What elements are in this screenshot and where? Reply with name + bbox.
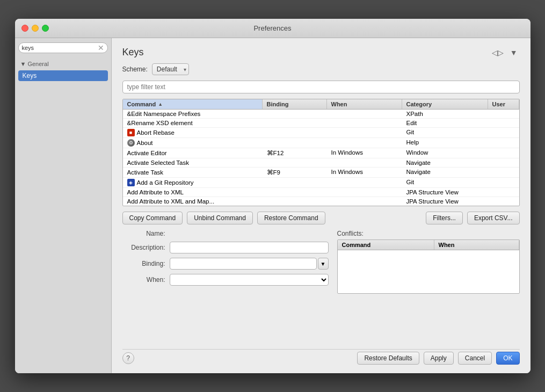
export-csv-button[interactable]: Export CSV... — [467, 212, 520, 224]
when-field-row: When: — [122, 274, 329, 286]
description-label: Description: — [122, 244, 165, 251]
col-header-category[interactable]: Category — [402, 99, 488, 109]
when-select[interactable] — [170, 274, 329, 286]
sidebar-group-general[interactable]: ▼ General — [18, 60, 108, 68]
table-row[interactable]: ⚙ About Help — [123, 138, 519, 148]
close-button[interactable] — [21, 25, 28, 32]
conflicts-table: Command When — [337, 239, 520, 294]
scheme-row: Scheme: Default — [122, 63, 520, 75]
action-buttons-row: Copy Command Unbind Command Restore Comm… — [122, 212, 520, 224]
description-field-row: Description: — [122, 242, 329, 253]
table-row[interactable]: ◈ Add a Git Repository Git — [123, 178, 519, 188]
name-field-row: Name: — [122, 230, 329, 237]
details-left: Name: Description: Binding: ▼ — [122, 230, 329, 294]
abort-rebase-icon: ■ — [127, 129, 135, 136]
search-box[interactable]: ✕ — [18, 42, 108, 53]
preferences-window: Preferences ✕ ▼ General Keys Keys ◁▷ ▼ — [15, 19, 531, 373]
details-panel: Name: Description: Binding: ▼ — [122, 230, 520, 294]
apply-button[interactable]: Apply — [424, 352, 454, 365]
sort-arrow-icon: ▲ — [158, 101, 163, 107]
when-label: When: — [122, 276, 165, 284]
traffic-lights — [21, 25, 49, 32]
restore-command-button[interactable]: Restore Command — [257, 212, 325, 224]
conflicts-col-when: When — [434, 240, 519, 250]
minimize-button[interactable] — [32, 25, 39, 32]
back-icon[interactable]: ◁▷ — [490, 47, 506, 58]
table-row[interactable]: Add Attribute to XML and Map... JPA Stru… — [123, 197, 519, 206]
table-row[interactable]: ■ Abort Rebase Git — [123, 128, 519, 138]
header-icons: ◁▷ ▼ — [490, 47, 520, 58]
sidebar: ✕ ▼ General Keys — [15, 38, 112, 373]
binding-field-row: Binding: ▼ — [122, 258, 329, 270]
ok-button[interactable]: OK — [496, 352, 519, 365]
conflicts-panel: Conflicts: Command When — [337, 230, 520, 294]
conflicts-label: Conflicts: — [337, 230, 520, 237]
binding-input-group: ▼ — [170, 258, 329, 270]
table-body: &Edit Namespace Prefixes XPath &Rename X… — [123, 110, 519, 206]
conflicts-body — [338, 250, 519, 293]
scheme-label: Scheme: — [122, 66, 148, 73]
col-header-when[interactable]: When — [327, 99, 402, 109]
col-header-binding[interactable]: Binding — [263, 99, 327, 109]
restore-defaults-button[interactable]: Restore Defaults — [357, 352, 419, 365]
titlebar: Preferences — [15, 19, 531, 38]
footer-row: ? Restore Defaults Apply Cancel OK — [122, 349, 520, 365]
filters-button[interactable]: Filters... — [426, 212, 463, 224]
maximize-button[interactable] — [42, 25, 49, 32]
scheme-wrapper: Default — [152, 63, 189, 75]
footer-buttons: Restore Defaults Apply Cancel OK — [357, 352, 519, 365]
scheme-select[interactable]: Default — [152, 63, 189, 75]
col-header-command[interactable]: Command ▲ — [123, 99, 263, 109]
col-header-user[interactable]: User — [488, 99, 519, 109]
table-row[interactable]: Activate Task ⌘F9 In Windows Navigate — [123, 168, 519, 178]
unbind-command-button[interactable]: Unbind Command — [187, 212, 253, 224]
binding-input[interactable] — [170, 258, 317, 270]
binding-dropdown-button[interactable]: ▼ — [318, 258, 329, 270]
table-row[interactable]: Add Attribute to XML JPA Structure View — [123, 188, 519, 197]
commands-table: Command ▲ Binding When Category User — [122, 99, 520, 206]
table-row[interactable]: Activate Selected Task Navigate — [123, 158, 519, 168]
table-row[interactable]: &Rename XSD element Edit — [123, 119, 519, 128]
binding-label: Binding: — [122, 260, 165, 267]
main-panel: Keys ◁▷ ▼ Scheme: Default — [112, 38, 531, 373]
sidebar-item-keys[interactable]: Keys — [18, 70, 108, 81]
conflicts-header: Command When — [338, 240, 519, 250]
cancel-button[interactable]: Cancel — [458, 352, 492, 365]
filter-input[interactable] — [122, 81, 520, 93]
table-row[interactable]: &Edit Namespace Prefixes XPath — [123, 110, 519, 119]
page-title: Keys — [122, 47, 144, 58]
window-title: Preferences — [253, 24, 291, 32]
conflicts-col-command: Command — [338, 240, 434, 250]
more-options-icon[interactable]: ▼ — [508, 47, 520, 58]
table-header: Command ▲ Binding When Category User — [123, 99, 519, 110]
copy-command-button[interactable]: Copy Command — [122, 212, 183, 224]
content-area: ✕ ▼ General Keys Keys ◁▷ ▼ Scheme: — [15, 38, 531, 373]
search-input[interactable] — [22, 45, 98, 51]
git-repo-icon: ◈ — [127, 179, 135, 186]
table-row[interactable]: Activate Editor ⌘F12 In Windows Window — [123, 148, 519, 158]
clear-search-icon[interactable]: ✕ — [98, 44, 104, 52]
main-header: Keys ◁▷ ▼ — [122, 47, 520, 58]
description-input[interactable] — [170, 242, 329, 253]
help-button[interactable]: ? — [122, 352, 134, 364]
name-label: Name: — [122, 230, 165, 237]
about-icon: ⚙ — [127, 139, 135, 147]
